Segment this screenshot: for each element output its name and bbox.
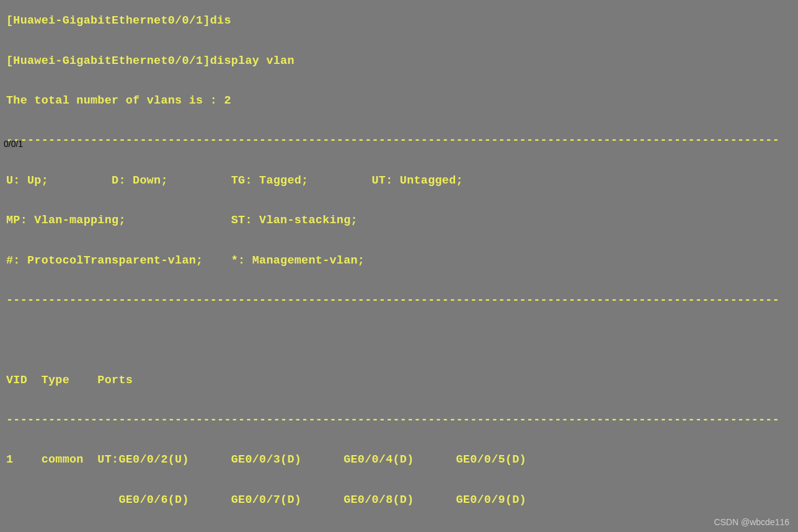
ports-header: VID Type Ports [6,371,792,391]
divider-line: ----------------------------------------… [6,410,792,430]
divider-line: ----------------------------------------… [6,291,792,311]
vlan-row: GE0/0/6(D) GE0/0/7(D) GE0/0/8(D) GE0/0/9… [6,490,792,510]
divider-line: ----------------------------------------… [6,131,792,151]
terminal-output[interactable]: [Huawei-GigabitEthernet0/0/1]dis [Huawei… [0,0,798,532]
interface-label-overlay: 0/0/1 [4,139,23,149]
output-line: [Huawei-GigabitEthernet0/0/1]dis [6,11,792,31]
legend-line: MP: Vlan-mapping; ST: Vlan-stacking; [6,211,792,231]
blank-line [6,330,792,350]
vlan-row: 1 common UT:GE0/0/2(U) GE0/0/3(D) GE0/0/… [6,450,792,470]
legend-line: #: ProtocolTransparent-vlan; *: Manageme… [6,251,792,271]
output-line-command: [Huawei-GigabitEthernet0/0/1]display vla… [6,51,792,71]
output-line-total: The total number of vlans is : 2 [6,91,792,111]
legend-line: U: Up; D: Down; TG: Tagged; UT: Untagged… [6,171,792,191]
watermark-label: CSDN @wbcde116 [714,517,789,527]
